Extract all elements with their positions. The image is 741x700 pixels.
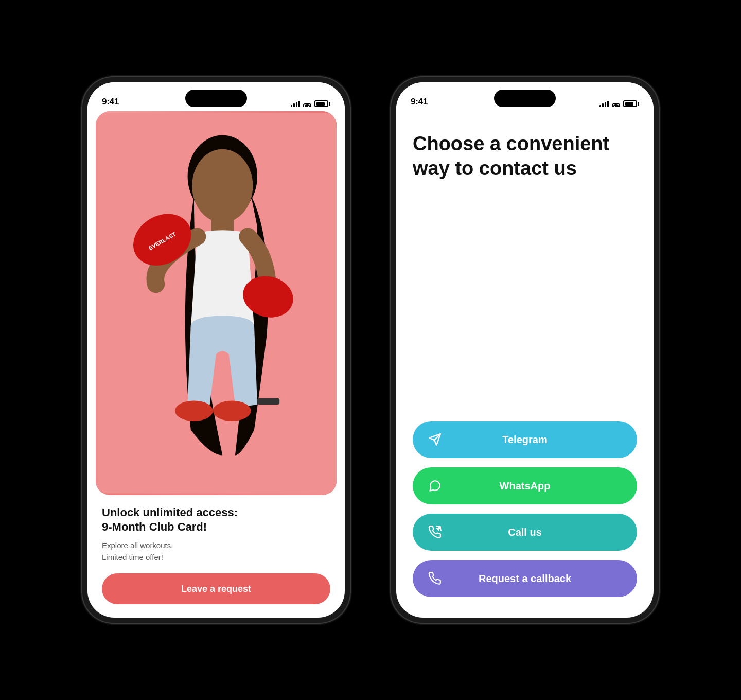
- fitness-title: Unlock unlimited access:9-Month Club Car…: [102, 505, 330, 535]
- signal-icon: [291, 101, 300, 107]
- phone-fitness: 9:41: [82, 77, 350, 623]
- fitness-content: Unlock unlimited access:9-Month Club Car…: [87, 495, 345, 618]
- battery-icon: [314, 100, 330, 107]
- telegram-icon: [427, 432, 443, 447]
- svg-rect-9: [257, 398, 279, 405]
- leave-request-button[interactable]: Leave a request: [102, 573, 330, 604]
- svg-point-2: [192, 149, 253, 223]
- status-time-1: 9:41: [102, 97, 119, 107]
- dynamic-island-2: [494, 90, 556, 107]
- contact-content: Choose a convenient way to contact us Te…: [396, 111, 654, 618]
- wifi-icon-2: [612, 101, 620, 107]
- signal-icon-2: [599, 101, 609, 107]
- dynamic-island: [185, 90, 247, 107]
- fitness-description: Explore all workouts.Limited time offer!: [102, 540, 330, 563]
- whatsapp-label: WhatsApp: [500, 480, 551, 492]
- battery-icon-2: [623, 100, 639, 107]
- contact-heading: Choose a convenient way to contact us: [413, 132, 637, 181]
- status-icons-2: [599, 100, 639, 107]
- leave-request-label: Leave a request: [181, 584, 251, 594]
- status-icons-1: [291, 100, 330, 107]
- callback-button[interactable]: Request a callback: [413, 560, 637, 597]
- callback-icon: [427, 571, 443, 586]
- whatsapp-icon: [427, 478, 443, 494]
- fitness-hero-image: EVERLAST: [96, 111, 337, 495]
- svg-point-8: [213, 401, 251, 421]
- telegram-label: Telegram: [502, 434, 547, 446]
- telegram-button[interactable]: Telegram: [413, 421, 637, 458]
- contact-buttons: Telegram WhatsApp: [413, 421, 637, 597]
- callback-label: Request a callback: [479, 573, 571, 585]
- svg-point-7: [175, 401, 213, 421]
- callus-label: Call us: [508, 527, 542, 538]
- wifi-icon: [303, 101, 311, 107]
- whatsapp-button[interactable]: WhatsApp: [413, 467, 637, 504]
- status-time-2: 9:41: [411, 97, 428, 107]
- callus-button[interactable]: Call us: [413, 514, 637, 551]
- callus-icon: [427, 524, 443, 540]
- phone-contact: 9:41 Choose a convenient way to contact …: [391, 77, 659, 623]
